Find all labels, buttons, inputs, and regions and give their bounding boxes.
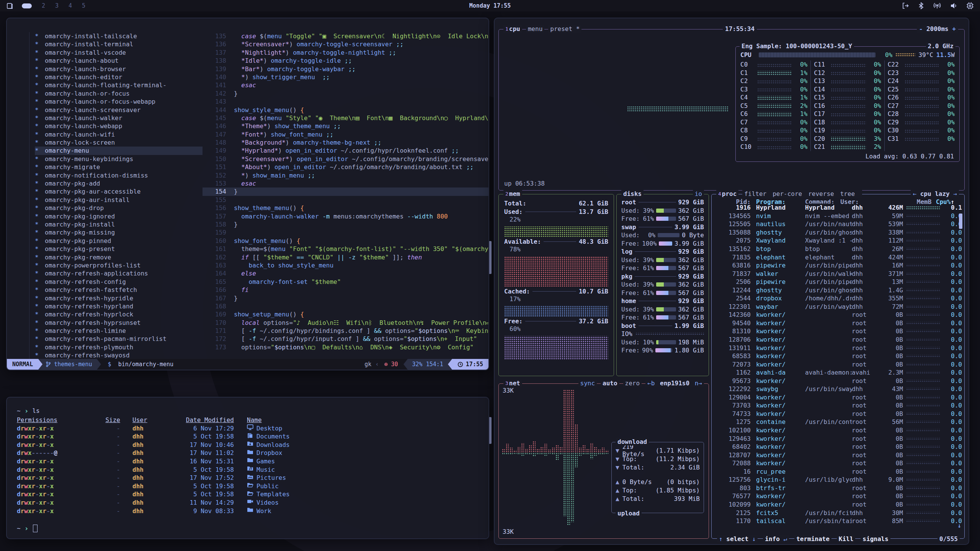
file-item[interactable]: *omarchy-menu [35, 147, 203, 155]
file-item[interactable]: *omarchy-install-vscode [35, 49, 203, 57]
tab-disks[interactable]: disks [621, 190, 644, 198]
proc-row[interactable]: 142360kworker/root0B0.0 [715, 311, 962, 319]
file-item[interactable]: *omarchy-pkg-pinned [35, 237, 203, 245]
file-list-pane[interactable]: *omarchy-install-tailscale*omarchy-insta… [29, 32, 203, 359]
proc-col-program[interactable]: Program: [751, 198, 805, 204]
proc-row[interactable]: 73703kworker/root0B0.0 [715, 401, 962, 410]
file-item[interactable]: *omarchy-migrate [35, 163, 203, 171]
proc-row[interactable]: 102100kworker/root0B0.0 [715, 426, 962, 435]
file-item[interactable]: *omarchy-pkg-remove [35, 253, 203, 261]
file-item[interactable]: *omarchy-pkg-add [35, 179, 203, 187]
proc-row[interactable]: 135162btopbtopdhh26M0.0 [715, 245, 962, 253]
proc-row[interactable]: 71837walker/usr/bin/walker --gappldhh371… [715, 269, 962, 278]
proc-col-memb[interactable]: MemB [908, 198, 931, 204]
file-item[interactable]: *omarchy-launch-walker [35, 114, 203, 122]
proc-row[interactable]: 131911kworker/root0B0.0 [715, 344, 962, 352]
file-item[interactable]: *omarchy-refresh-pacman-mirrorlist [35, 335, 203, 343]
interface-switcher[interactable]: ←b enp191s0 n→ [645, 380, 704, 387]
file-item[interactable]: *omarchy-refresh-config [35, 278, 203, 286]
proc-row[interactable]: 95673kworker/root0B0.0 [715, 377, 962, 385]
proc-col-cpu%[interactable]: Cpu% [931, 198, 951, 204]
proc-row[interactable]: 2544dropbox/home/dhh/.dropbox-distdhh355… [715, 294, 962, 303]
proc-row[interactable]: 129004kworker/root0B0.0 [715, 393, 962, 402]
proc-row[interactable]: 2506pipewire/usr/bin/pipewire-pulsedhh13… [715, 278, 962, 286]
proc-row[interactable]: 1275containe/usr/bin/containerdroot56M0.… [715, 418, 962, 426]
proc-row[interactable]: 68583kworker/root0B0.0 [715, 352, 962, 360]
proc-row[interactable]: 125505nautilus/usr/bin/nautilus --newdhh… [715, 220, 962, 228]
prompt-line[interactable]: ~ › [17, 524, 488, 533]
sync-button[interactable]: sync [578, 380, 597, 387]
tab-proc[interactable]: 4proc [716, 190, 738, 198]
file-item[interactable]: *omarchy-launch-about [35, 57, 203, 65]
file-item[interactable]: *omarchy-refresh-applications [35, 269, 203, 277]
proc-row[interactable]: 76577kworker/root0B0.0 [715, 492, 962, 500]
proc-action-terminate[interactable]: terminate [794, 535, 831, 543]
proc-row[interactable]: 122292swaybg/usr/bin/swaybg -i /homdhh43… [715, 385, 962, 393]
proc-tab-per-core[interactable]: per-core [773, 190, 802, 198]
proc-row[interactable]: 128707kworker/root0B0.0 [715, 451, 962, 459]
proc-row[interactable]: 12244ghostty/usr/bin/ghostty --gtk-dhh1.… [715, 286, 962, 294]
proc-action-info[interactable]: info ↵ [763, 535, 789, 543]
proc-row[interactable]: 72088kworker/root0B0.0 [715, 459, 962, 468]
file-item[interactable]: *omarchy-launch-or-focus-webapp [35, 98, 203, 106]
workspaces-overview-icon[interactable] [6, 2, 13, 10]
clock[interactable]: Monday 17:55 [469, 2, 511, 9]
proc-scrollbar[interactable] [959, 214, 962, 229]
proc-row[interactable]: 135088ghostty/usr/bin/ghostty --gtk-dhh3… [715, 228, 962, 237]
dir-name[interactable]: Music [234, 465, 275, 474]
dir-name[interactable]: Videos [234, 498, 279, 507]
dir-name[interactable]: Dropbox [234, 449, 282, 458]
dir-name[interactable]: Pictures [234, 474, 286, 483]
proc-action-kill[interactable]: Kill [837, 535, 856, 543]
proc-row[interactable]: 134565nvimnvim --embed .dhh59M0.0 [715, 212, 962, 220]
file-item[interactable]: *omarchy-pkg-aur-install [35, 196, 203, 204]
proc-row[interactable]: 102099kworker/root0B0.0 [715, 500, 962, 509]
file-item[interactable]: *omarchy-launch-screensaver [35, 106, 203, 114]
proc-row[interactable]: 2125fcitx5/usr/bin/fcitx5dhh30M0.0 [715, 509, 962, 517]
zero-button[interactable]: zero [623, 380, 642, 387]
proc-col-user[interactable]: User: [840, 198, 868, 204]
dir-name[interactable]: Public [234, 482, 279, 491]
file-item[interactable]: *omarchy-launch-floating-terminal- [35, 81, 203, 89]
file-item[interactable]: *omarchy-pkg-present [35, 245, 203, 253]
file-item[interactable]: *omarchy-refresh-swayosd [35, 351, 203, 359]
logout-icon[interactable] [902, 2, 909, 10]
file-item[interactable]: *omarchy-pkg-missing [35, 228, 203, 236]
proc-tab-reverse[interactable]: reverse [808, 190, 834, 198]
file-item[interactable]: *omarchy-powerprofiles-list [35, 261, 203, 269]
tab-cpu[interactable]: 1cpu [503, 25, 522, 33]
proc-row[interactable]: 129463kworker/root0B0.0 [715, 434, 962, 443]
workspace-5[interactable]: 5 [82, 2, 85, 9]
dir-name[interactable]: Games [234, 457, 275, 466]
workspace-3[interactable]: 3 [55, 2, 59, 9]
proc-row[interactable]: 1162avahi-daavahi-daemon: running [avahi… [715, 368, 962, 377]
proc-row[interactable]: 122301waybar/usr/bin/waybardhh72M0.0 [715, 303, 962, 311]
file-item[interactable]: *omarchy-menu-keybindings [35, 155, 203, 163]
file-item[interactable]: *omarchy-install-terminal [35, 40, 203, 48]
dir-name[interactable]: Desktop [234, 424, 282, 433]
proc-col-pid[interactable]: Pid: [715, 198, 751, 204]
proc-action-select[interactable]: ↑ select ↓ [717, 535, 758, 543]
cpu-icon[interactable] [966, 2, 974, 10]
file-item[interactable]: *omarchy-launch-or-focus [35, 90, 203, 98]
file-item[interactable]: *omarchy-refresh-hyprland [35, 302, 203, 310]
sort-selector[interactable]: ← cpu lazy → [911, 190, 959, 197]
io-tab[interactable]: io [693, 190, 704, 198]
tab-mem[interactable]: 2mem [503, 190, 522, 198]
proc-col-command[interactable]: Command: [805, 198, 840, 204]
file-item[interactable]: *omarchy-refresh-hyprlock [35, 310, 203, 318]
scroll-up-indicator[interactable]: ↑ [951, 198, 954, 204]
scroll-down-indicator[interactable]: ↓ [957, 522, 961, 529]
file-item[interactable]: *omarchy-pkg-ignored [35, 212, 203, 220]
proc-row[interactable]: 63816pipewire/usr/bin/pipewiredhh16M0.0 [715, 261, 962, 270]
file-item[interactable]: *omarchy-refresh-plymouth [35, 343, 203, 351]
tab-net[interactable]: 3net [503, 380, 522, 387]
menu-button[interactable]: menu [526, 25, 545, 33]
proc-action-signals[interactable]: signals [861, 535, 890, 543]
update-interval-control[interactable]: - 2000ms + [917, 25, 958, 33]
file-item[interactable]: *omarchy-install-tailscale [35, 32, 203, 40]
file-item[interactable]: *omarchy-pkg-aur-accessible [35, 187, 203, 196]
file-item[interactable]: *omarchy-pkg-drop [35, 204, 203, 212]
workspace-active[interactable] [22, 3, 32, 8]
file-item[interactable]: *omarchy-refresh-hyprsunset [35, 319, 203, 327]
